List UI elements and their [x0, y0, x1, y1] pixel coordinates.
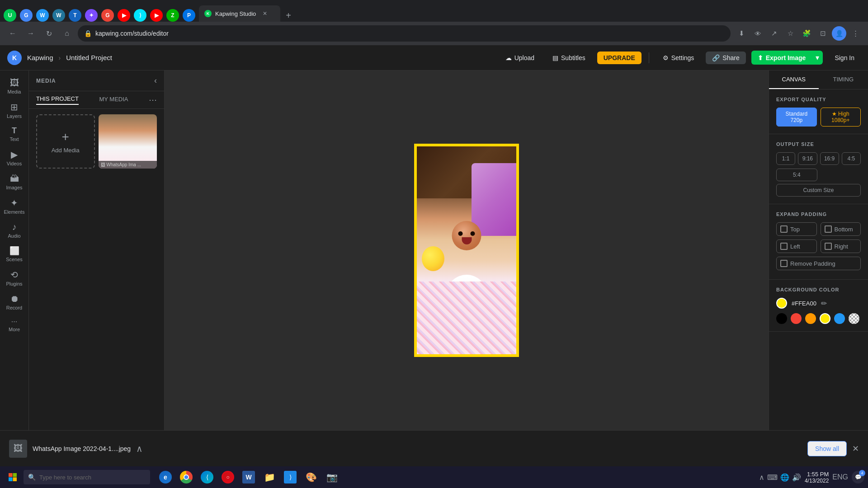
sidebar-item-more[interactable]: ··· More	[0, 314, 28, 336]
notification-button[interactable]: 💬 4	[852, 471, 864, 483]
right-panel: CANVAS TIMING EXPORT QUALITY Standard 72…	[769, 70, 868, 430]
taskbar-ie[interactable]: e	[156, 467, 175, 487]
size-4-5-button[interactable]: 4:5	[842, 152, 861, 165]
tab-close-btn[interactable]: ✕	[261, 10, 269, 17]
sidebar-item-elements[interactable]: ✦ Elements	[0, 194, 28, 218]
add-media-plus-icon: +	[62, 130, 69, 144]
color-swatch-orange[interactable]	[805, 313, 816, 324]
extensions-icon[interactable]: 🧩	[799, 26, 814, 41]
sidebar-item-layers[interactable]: ⊞ Layers	[0, 98, 28, 122]
lang-indicator[interactable]: ENG	[832, 473, 848, 481]
app-header: K Kapwing › Untitled Project ☁ Upload ▤ …	[0, 45, 868, 70]
show-all-button[interactable]: Show all	[807, 441, 847, 456]
sidebar-item-videos[interactable]: ▶ Videos	[0, 145, 28, 170]
add-media-button[interactable]: + Add Media	[36, 114, 95, 169]
size-5-4-button[interactable]: 5:4	[776, 169, 817, 181]
new-tab-button[interactable]: +	[282, 9, 295, 22]
menu-icon[interactable]: ⋮	[848, 26, 863, 41]
forward-button[interactable]: →	[24, 26, 38, 41]
upgrade-button[interactable]: UPGRADE	[597, 52, 642, 64]
media-thumbnail[interactable]: 🖼 WhatsApp Ima ...	[99, 114, 157, 169]
sidebar-item-images[interactable]: 🏔 Images	[0, 170, 28, 194]
color-swatch-blue[interactable]	[834, 313, 845, 324]
taskbar-app7[interactable]: 🎨	[301, 467, 321, 487]
color-swatch-black[interactable]	[776, 313, 787, 324]
color-swatch-transparent[interactable]	[849, 313, 859, 324]
sidebar-item-record[interactable]: ⏺ Record	[0, 290, 28, 314]
padding-bottom-button[interactable]: Bottom	[821, 222, 861, 236]
padding-left-button[interactable]: Left	[776, 239, 817, 253]
canvas-bg	[417, 146, 516, 354]
sidebar-item-media[interactable]: 🖼 Media	[0, 74, 28, 98]
network-icon[interactable]: 🌐	[780, 473, 789, 482]
sidebar-item-plugins[interactable]: ⟲ Plugins	[0, 266, 28, 290]
canvas-tab[interactable]: CANVAS	[769, 70, 819, 89]
taskbar-app6[interactable]: ⟩	[280, 467, 300, 487]
sidebar-item-scenes[interactable]: ⬜ Scenes	[0, 242, 28, 266]
expand-padding-section: EXPAND PADDING Top Bottom Left	[769, 204, 868, 280]
sidebar-item-text[interactable]: T Text	[0, 122, 28, 145]
sidebar-item-audio[interactable]: ♪ Audio	[0, 218, 28, 242]
speaker-icon[interactable]: 🔊	[792, 473, 801, 482]
canvas-image[interactable]	[417, 146, 516, 354]
taskbar-edge[interactable]: ⟨	[197, 467, 217, 487]
upload-button[interactable]: ☁ Upload	[499, 52, 541, 64]
size-16-9-button[interactable]: 16:9	[820, 152, 839, 165]
tw-favicon: W	[36, 9, 49, 22]
active-tab[interactable]: K Kapwing Studio ✕	[199, 5, 280, 22]
yellow-balloon	[422, 246, 444, 271]
start-button[interactable]	[4, 468, 22, 486]
star-icon[interactable]: ☆	[783, 26, 797, 41]
high-quality-button[interactable]: ★ High 1080p+	[821, 108, 861, 127]
custom-size-button[interactable]: Custom Size	[776, 184, 861, 197]
close-bar-button[interactable]: ✕	[852, 444, 859, 454]
collapse-panel-button[interactable]: ‹	[154, 76, 157, 85]
svg-rect-3	[13, 478, 17, 482]
taskbar-opera[interactable]: ○	[218, 467, 238, 487]
my-media-tab[interactable]: MY MEDIA	[99, 96, 128, 104]
profile-toggle-icon[interactable]: ⊡	[816, 26, 830, 41]
taskbar-word[interactable]: W	[239, 467, 259, 487]
up-arrow-icon[interactable]: ∧	[759, 473, 764, 482]
home-button[interactable]: ⌂	[60, 26, 74, 41]
padding-right-button[interactable]: Right	[821, 239, 861, 253]
subtitles-button[interactable]: ▤ Subtitles	[546, 52, 592, 64]
taskbar-chrome[interactable]	[176, 467, 196, 487]
timing-tab[interactable]: TIMING	[819, 70, 868, 89]
signin-button[interactable]: Sign In	[828, 52, 861, 64]
settings-button[interactable]: ⚙ Settings	[656, 52, 701, 64]
subtitles-icon: ▤	[552, 54, 558, 61]
media-options-button[interactable]: ⋯	[149, 95, 157, 105]
share-button[interactable]: 🔗 Share	[706, 52, 745, 64]
purple-pillow	[472, 163, 516, 236]
taskbar-app8[interactable]: 📷	[322, 467, 342, 487]
back-button[interactable]: ←	[5, 26, 20, 41]
share-icon[interactable]: ↗	[767, 26, 781, 41]
time-text: 1:55 PM	[805, 471, 829, 478]
remove-padding-button[interactable]: Remove Padding	[776, 257, 861, 270]
address-bar[interactable]: 🔒 kapwing.com/studio/editor	[78, 25, 731, 42]
size-9-16-button[interactable]: 9:16	[798, 152, 817, 165]
color-picker-icon[interactable]: ✏	[821, 299, 827, 308]
collapse-bar-button[interactable]: ∧	[136, 443, 143, 454]
toolbar-actions: ⬇ 👁 ↗ ☆ 🧩 ⊡ 👤 ⋮	[734, 26, 863, 41]
taskbar-search[interactable]: 🔍 Type here to search	[24, 470, 150, 484]
explorer-icon: 📁	[263, 471, 276, 483]
app-logo: K	[7, 51, 22, 65]
color-swatch-yellow[interactable]	[820, 313, 830, 324]
reload-button[interactable]: ↻	[42, 26, 56, 41]
keyboard-icon[interactable]: ⌨	[767, 473, 778, 482]
download-icon[interactable]: ⬇	[734, 26, 749, 41]
export-dropdown-button[interactable]: ▾	[812, 51, 823, 65]
padding-top-button[interactable]: Top	[776, 222, 817, 236]
size-1-1-button[interactable]: 1:1	[776, 152, 795, 165]
standard-quality-button[interactable]: Standard 720p	[776, 108, 817, 127]
export-button[interactable]: ⬆ Export Image	[751, 51, 812, 65]
taskbar-explorer[interactable]: 📁	[259, 467, 279, 487]
bg-color-swatch[interactable]	[776, 298, 787, 309]
color-swatch-red[interactable]	[791, 313, 802, 324]
this-project-tab[interactable]: THIS PROJECT	[36, 95, 79, 105]
padding-top-icon	[780, 225, 788, 233]
profile-avatar[interactable]: 👤	[832, 26, 846, 41]
eye-icon[interactable]: 👁	[750, 26, 765, 41]
